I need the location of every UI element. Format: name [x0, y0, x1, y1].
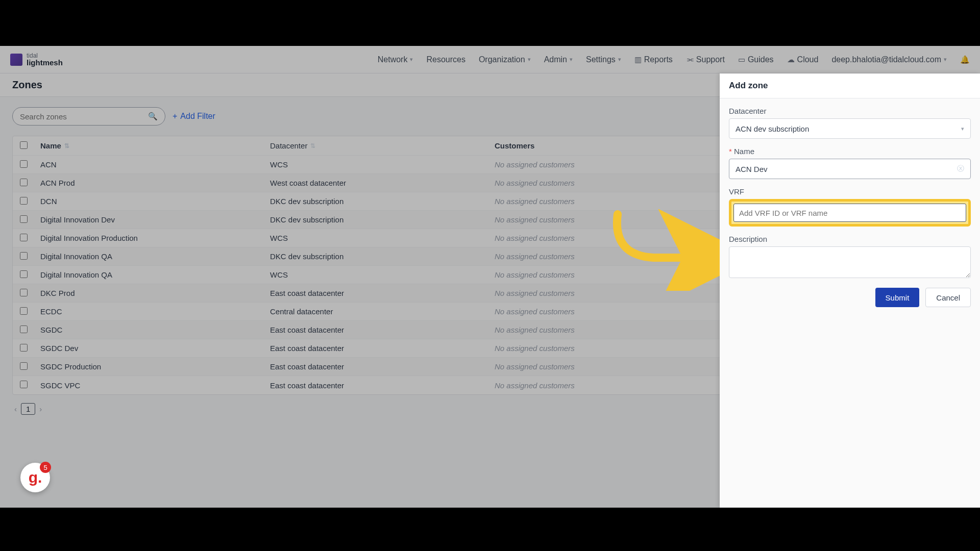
chevron-down-icon: ▾: [528, 56, 531, 63]
cell-name: ACN: [40, 160, 270, 169]
top-navbar: tidal lightmesh Network▾ Resources Organ…: [0, 46, 980, 73]
vrf-highlight: [729, 199, 971, 227]
panel-title: Add zone: [720, 73, 980, 98]
nav-organization[interactable]: Organization▾: [479, 55, 531, 64]
select-all-checkbox[interactable]: [20, 141, 28, 149]
cell-datacenter: WCS: [270, 234, 495, 242]
nav-settings[interactable]: Settings▾: [586, 55, 621, 64]
nav-network[interactable]: Network▾: [378, 55, 413, 64]
cell-datacenter: Central datacenter: [270, 307, 495, 316]
logo-text: tidal lightmesh: [27, 53, 63, 66]
cell-datacenter: East coast datacenter: [270, 344, 495, 353]
logo: tidal lightmesh: [10, 53, 63, 66]
row-checkbox[interactable]: [20, 234, 28, 241]
label-description: Description: [729, 235, 971, 243]
sort-icon: ⇅: [64, 142, 69, 149]
cell-name: SGDC Production: [40, 362, 270, 371]
row-checkbox[interactable]: [20, 215, 28, 223]
col-header-name[interactable]: Name⇅: [40, 141, 270, 150]
cell-datacenter: WCS: [270, 160, 495, 169]
row-checkbox[interactable]: [20, 381, 28, 388]
app-window: tidal lightmesh Network▾ Resources Organ…: [0, 46, 980, 508]
cell-name: Digital Innovation Production: [40, 234, 270, 242]
nav-user-menu[interactable]: deep.bhalotia@tidalcloud.com▾: [831, 55, 947, 64]
barchart-icon: ▥: [634, 55, 642, 64]
chevron-down-icon: ▾: [570, 56, 573, 63]
description-textarea[interactable]: [729, 246, 971, 278]
cell-name: Digital Innovation Dev: [40, 215, 270, 224]
search-input[interactable]: [20, 112, 148, 121]
cell-name: Digital Innovation QA: [40, 252, 270, 261]
row-checkbox[interactable]: [20, 270, 28, 278]
nav-menu: Network▾ Resources Organization▾ Admin▾ …: [378, 55, 970, 64]
nav-guides[interactable]: ▭Guides: [738, 55, 774, 64]
submit-button[interactable]: Submit: [875, 288, 920, 307]
clear-icon[interactable]: ⓧ: [957, 164, 964, 173]
cell-datacenter: East coast datacenter: [270, 381, 495, 390]
row-checkbox[interactable]: [20, 307, 28, 315]
label-vrf: VRF: [729, 187, 971, 196]
row-checkbox[interactable]: [20, 252, 28, 260]
nav-support[interactable]: ⫘Support: [686, 55, 725, 64]
cell-datacenter: East coast datacenter: [270, 362, 495, 371]
label-name: Name: [729, 147, 971, 156]
row-checkbox[interactable]: [20, 344, 28, 352]
page-title: Zones: [12, 79, 42, 91]
chevron-down-icon: ▾: [410, 56, 413, 63]
vrf-input[interactable]: [733, 204, 966, 222]
cell-datacenter: WCS: [270, 270, 495, 279]
plus-icon: +: [173, 112, 177, 121]
cell-name: Digital Innovation QA: [40, 270, 270, 279]
row-checkbox[interactable]: [20, 289, 28, 296]
panel-buttons: Submit Cancel: [729, 288, 971, 307]
row-checkbox[interactable]: [20, 325, 28, 333]
cell-name: ECDC: [40, 307, 270, 316]
col-header-datacenter[interactable]: Datacenter⇅: [270, 141, 495, 150]
search-box[interactable]: 🔍: [12, 107, 165, 126]
chevron-down-icon: ▾: [618, 56, 621, 63]
nav-bell[interactable]: 🔔: [960, 55, 970, 64]
cancel-button[interactable]: Cancel: [925, 288, 971, 307]
page-prev[interactable]: ‹: [12, 404, 19, 414]
add-filter-button[interactable]: + Add Filter: [173, 112, 215, 121]
row-checkbox[interactable]: [20, 197, 28, 205]
page-current[interactable]: 1: [21, 403, 35, 415]
cell-datacenter: DKC dev subscription: [270, 252, 495, 261]
cloud-icon: ☁: [787, 55, 795, 64]
link-icon: ⫘: [686, 55, 694, 64]
cell-datacenter: DKC dev subscription: [270, 215, 495, 224]
add-zone-panel: Add zone Datacenter ACN dev subscription…: [720, 73, 980, 508]
cell-name: DCN: [40, 197, 270, 206]
sort-icon: ⇅: [310, 142, 315, 149]
book-icon: ▭: [738, 55, 745, 64]
chevron-down-icon: ▾: [961, 126, 964, 132]
nav-cloud[interactable]: ☁Cloud: [787, 55, 819, 64]
cell-datacenter: West coast datacenter: [270, 179, 495, 187]
cell-name: SGDC Dev: [40, 344, 270, 353]
row-checkbox[interactable]: [20, 179, 28, 186]
search-icon: 🔍: [148, 112, 158, 121]
cell-datacenter: East coast datacenter: [270, 325, 495, 334]
row-checkbox[interactable]: [20, 362, 28, 370]
page-next[interactable]: ›: [37, 404, 44, 414]
chevron-down-icon: ▾: [944, 56, 947, 63]
logo-icon: [10, 54, 22, 66]
help-fab[interactable]: g. 5: [20, 463, 50, 492]
name-input[interactable]: ACN Dev ⓧ: [729, 159, 971, 179]
nav-admin[interactable]: Admin▾: [544, 55, 573, 64]
cell-name: SGDC VPC: [40, 381, 270, 390]
cell-name: DKC Prod: [40, 289, 270, 297]
cell-datacenter: DKC dev subscription: [270, 197, 495, 206]
cell-name: ACN Prod: [40, 179, 270, 187]
bell-icon: 🔔: [960, 55, 970, 64]
cell-name: SGDC: [40, 325, 270, 334]
cell-datacenter: East coast datacenter: [270, 289, 495, 297]
nav-reports[interactable]: ▥Reports: [634, 55, 673, 64]
row-checkbox[interactable]: [20, 160, 28, 168]
datacenter-select[interactable]: ACN dev subscription ▾: [729, 118, 971, 139]
fab-badge: 5: [40, 462, 51, 473]
label-datacenter: Datacenter: [729, 107, 971, 115]
nav-resources[interactable]: Resources: [426, 55, 465, 64]
